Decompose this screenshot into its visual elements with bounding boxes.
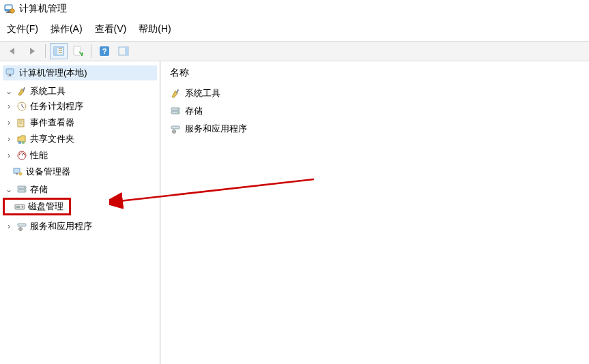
tree-root[interactable]: 计算机管理(本地) xyxy=(3,65,157,80)
node-label: 设备管理器 xyxy=(26,166,70,178)
list-item-label: 系统工具 xyxy=(185,87,220,100)
tools-icon xyxy=(170,88,181,99)
expand-icon[interactable]: › xyxy=(4,119,14,127)
tree-node-performance[interactable]: › 性能 xyxy=(3,149,157,162)
services-icon xyxy=(170,123,181,134)
tree-node-disk-management[interactable]: 磁盘管理 xyxy=(5,200,65,213)
tree-node-system-tools[interactable]: ⌄ 系统工具 xyxy=(3,85,157,98)
svg-rect-22 xyxy=(19,123,23,123)
svg-point-43 xyxy=(177,112,179,113)
tree-panel: 计算机管理(本地) ⌄ 系统工具 › xyxy=(0,61,160,364)
node-label: 共享文件夹 xyxy=(30,133,74,145)
toolbar-sep-2 xyxy=(91,44,91,58)
svg-point-29 xyxy=(19,172,23,176)
svg-rect-28 xyxy=(16,173,18,175)
app-icon xyxy=(4,3,15,14)
menubar: 文件(F) 操作(A) 查看(V) 帮助(H) xyxy=(0,19,589,41)
list-item-label: 存储 xyxy=(185,105,203,117)
svg-point-24 xyxy=(22,141,25,144)
list-panel: 名称 系统工具 存储 服务和应用程序 xyxy=(160,61,589,364)
svg-rect-2 xyxy=(8,11,10,12)
svg-rect-6 xyxy=(54,47,57,55)
tree-root-label: 计算机管理(本地) xyxy=(19,67,87,79)
svg-point-23 xyxy=(18,141,21,144)
titlebar: 计算机管理 xyxy=(0,0,589,19)
svg-point-33 xyxy=(24,190,25,192)
back-button[interactable] xyxy=(4,43,22,59)
svg-rect-27 xyxy=(14,168,20,173)
collapse-icon[interactable]: ⌄ xyxy=(4,185,14,194)
expand-icon[interactable]: › xyxy=(4,102,14,110)
menu-action[interactable]: 操作(A) xyxy=(51,23,83,35)
collapse-icon[interactable]: ⌄ xyxy=(4,87,14,95)
svg-text:?: ? xyxy=(102,47,107,55)
menu-help[interactable]: 帮助(H) xyxy=(139,23,171,35)
expand-icon[interactable]: › xyxy=(4,135,14,143)
svg-rect-18 xyxy=(23,87,25,91)
help-button[interactable]: ? xyxy=(96,43,113,59)
svg-rect-3 xyxy=(6,12,11,13)
svg-rect-35 xyxy=(16,206,20,208)
svg-rect-14 xyxy=(125,47,128,55)
list-item-system-tools[interactable]: 系统工具 xyxy=(170,85,579,102)
node-label: 性能 xyxy=(30,149,48,162)
content-split: 计算机管理(本地) ⌄ 系统工具 › xyxy=(0,61,589,364)
svg-point-4 xyxy=(10,9,14,13)
tools-icon xyxy=(16,86,27,97)
storage-icon xyxy=(170,106,181,117)
svg-rect-15 xyxy=(6,69,14,74)
tree-node-task-scheduler[interactable]: › 任务计划程序 xyxy=(3,100,157,113)
services-icon xyxy=(16,221,27,232)
expand-icon[interactable]: › xyxy=(4,151,14,160)
node-label: 任务计划程序 xyxy=(30,100,83,112)
svg-point-36 xyxy=(22,207,23,208)
node-label: 系统工具 xyxy=(30,85,66,97)
menu-file[interactable]: 文件(F) xyxy=(7,23,38,35)
window-title: 计算机管理 xyxy=(19,3,67,15)
svg-rect-21 xyxy=(19,121,23,121)
svg-rect-44 xyxy=(171,126,179,129)
device-icon xyxy=(12,166,23,177)
forward-button[interactable] xyxy=(23,43,41,59)
column-header-name[interactable]: 名称 xyxy=(170,67,579,79)
tree-node-shared-folders[interactable]: › 共享文件夹 xyxy=(3,132,157,146)
event-icon xyxy=(16,117,27,128)
node-label: 磁盘管理 xyxy=(28,200,63,213)
disk-icon xyxy=(14,201,25,212)
computer-mgmt-icon xyxy=(5,67,16,78)
properties-button[interactable] xyxy=(69,43,87,59)
list-item-services-apps[interactable]: 服务和应用程序 xyxy=(170,120,579,138)
tree-node-storage[interactable]: ⌄ 存储 xyxy=(3,183,157,196)
svg-rect-1 xyxy=(5,5,12,9)
svg-rect-10 xyxy=(74,46,81,55)
tree-node-event-viewer[interactable]: › 事件查看器 xyxy=(3,116,157,130)
svg-rect-16 xyxy=(9,74,11,76)
menu-view[interactable]: 查看(V) xyxy=(95,23,127,35)
node-label: 事件查看器 xyxy=(30,117,74,129)
svg-rect-37 xyxy=(18,224,26,226)
show-tree-button[interactable] xyxy=(50,43,68,59)
svg-point-32 xyxy=(24,187,25,188)
clock-icon xyxy=(16,101,27,112)
shared-folder-icon xyxy=(16,134,27,145)
svg-rect-39 xyxy=(176,89,179,93)
svg-rect-17 xyxy=(8,76,12,76)
list-item-storage[interactable]: 存储 xyxy=(170,102,579,120)
node-label: 存储 xyxy=(30,183,48,196)
performance-icon xyxy=(16,150,27,161)
action-pane-button[interactable] xyxy=(115,43,132,59)
list-item-label: 服务和应用程序 xyxy=(185,123,247,135)
node-label: 服务和应用程序 xyxy=(30,220,92,232)
expand-icon[interactable]: › xyxy=(4,222,14,230)
toolbar: ? xyxy=(0,41,589,61)
storage-icon xyxy=(16,184,27,195)
tree-node-device-manager[interactable]: 设备管理器 xyxy=(3,165,157,179)
svg-point-42 xyxy=(177,108,179,110)
tree-node-services-apps[interactable]: › 服务和应用程序 xyxy=(3,219,157,233)
toolbar-sep xyxy=(45,44,46,58)
